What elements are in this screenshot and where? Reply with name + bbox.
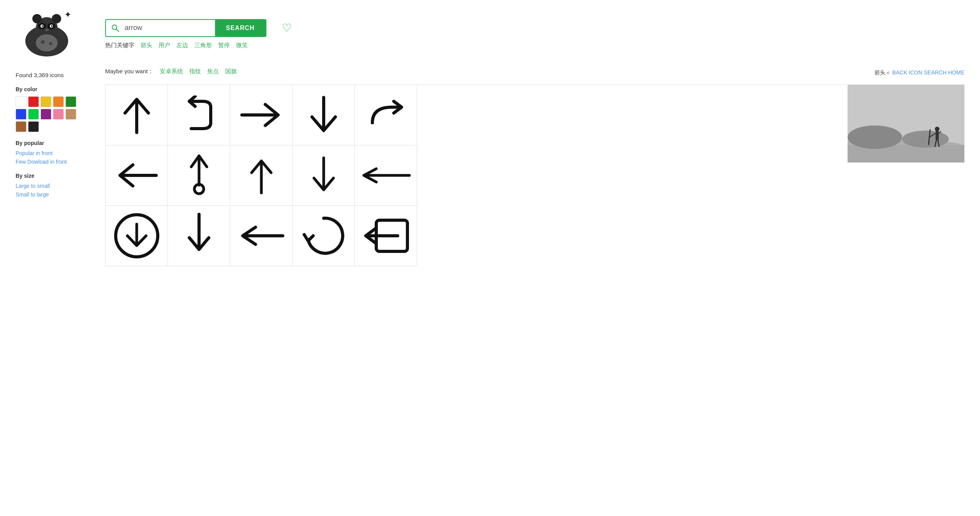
svg-line-16 — [116, 29, 119, 32]
icon-return-arrow[interactable] — [168, 85, 230, 145]
icon-down-arrow-bold[interactable] — [168, 206, 230, 266]
search-icon — [111, 24, 119, 32]
by-popular-label: By popular — [16, 140, 93, 146]
icon-down-arrow-circle[interactable] — [106, 206, 168, 266]
icon-box-left-arrow[interactable] — [355, 206, 417, 266]
hot-keyword-3[interactable]: 三角形 — [194, 42, 212, 49]
by-color-label: By color — [16, 86, 93, 92]
icon-left-arrow-long[interactable] — [355, 145, 417, 206]
color-blue[interactable] — [16, 109, 26, 120]
icon-curved-arrow[interactable] — [355, 85, 417, 145]
side-image — [848, 85, 964, 266]
svg-point-37 — [902, 131, 949, 148]
search-button[interactable]: SEARCH — [215, 20, 266, 36]
back-text: 箭头＜ — [874, 69, 891, 76]
large-to-small-link[interactable]: Large to small — [16, 183, 93, 189]
by-color-section: By color — [16, 86, 93, 132]
heart-icon[interactable]: ♡ — [282, 21, 292, 34]
small-to-large-link[interactable]: Small to large — [16, 191, 93, 198]
color-bright-green[interactable] — [28, 109, 39, 120]
svg-point-11 — [52, 14, 61, 23]
back-link[interactable]: BACK ICON SEARCH HOME — [892, 69, 964, 76]
sidebar: Found 3,369 icons By color By popular Po… — [16, 68, 93, 266]
hot-keyword-0[interactable]: 箭头 — [141, 42, 152, 49]
promo-image — [848, 85, 964, 163]
hot-keyword-4[interactable]: 暂停 — [218, 42, 230, 49]
svg-point-12 — [36, 34, 58, 51]
header: ✦ — [0, 0, 980, 68]
panda-logo: ✦ — [16, 8, 78, 58]
hot-keywords-label: 热门关键字 — [105, 42, 134, 49]
icon-left-arrow-bold[interactable] — [230, 206, 293, 266]
color-green[interactable] — [65, 96, 76, 107]
hot-keyword-5[interactable]: 微笑 — [236, 42, 248, 49]
svg-point-8 — [51, 25, 53, 27]
color-black[interactable] — [28, 121, 39, 132]
color-yellow[interactable] — [41, 96, 51, 107]
hot-keyword-1[interactable]: 用户 — [159, 42, 170, 49]
svg-point-9 — [45, 29, 49, 31]
color-brown-light[interactable] — [65, 109, 76, 120]
maybe-link-2[interactable]: 焦点 — [207, 68, 219, 75]
icon-updown-circle[interactable] — [168, 145, 230, 206]
svg-point-39 — [935, 127, 939, 131]
few-download-link[interactable]: Few Dowload in front — [16, 159, 93, 165]
svg-point-15 — [112, 25, 117, 30]
maybe-label: Maybe you want： — [105, 68, 153, 75]
svg-point-10 — [32, 14, 42, 23]
icon-up-arrow[interactable] — [106, 85, 168, 145]
maybe-bar: Maybe you want： 安卓系统 指纹 焦点 国旗 — [105, 68, 237, 75]
main-content: Found 3,369 icons By color By popular Po… — [0, 68, 980, 266]
svg-rect-38 — [936, 131, 939, 140]
color-red[interactable] — [28, 96, 39, 107]
content-area: Maybe you want： 安卓系统 指纹 焦点 国旗 箭头＜ BACK I… — [105, 68, 964, 266]
back-bar: 箭头＜ BACK ICON SEARCH HOME — [874, 69, 964, 76]
icon-up-arrow-thin[interactable] — [230, 145, 293, 206]
icon-right-arrow[interactable] — [230, 85, 293, 145]
hot-keywords: 热门关键字 箭头 用户 左边 三角形 暂停 微笑 — [105, 42, 964, 49]
search-area: SEARCH ♡ 热门关键字 箭头 用户 左边 三角形 暂停 微笑 — [105, 19, 964, 49]
color-grid — [16, 96, 93, 132]
icon-down-arrow[interactable] — [293, 85, 355, 145]
maybe-link-0[interactable]: 安卓系统 — [160, 68, 183, 75]
maybe-link-3[interactable]: 国旗 — [225, 68, 237, 75]
color-brown[interactable] — [16, 121, 26, 132]
by-popular-section: By popular Popular in front Few Dowload … — [16, 140, 93, 165]
hot-keyword-2[interactable]: 左边 — [176, 42, 188, 49]
color-purple[interactable] — [41, 109, 51, 120]
top-bar-row: Maybe you want： 安卓系统 指纹 焦点 国旗 箭头＜ BACK I… — [105, 68, 964, 81]
svg-text:✦: ✦ — [64, 10, 71, 19]
logo-area: ✦ — [16, 8, 93, 60]
maybe-link-1[interactable]: 指纹 — [189, 68, 201, 75]
found-count: Found 3,369 icons — [16, 72, 93, 78]
svg-point-7 — [42, 25, 43, 27]
desert-svg — [848, 85, 964, 163]
icon-left-arrow[interactable] — [106, 145, 168, 206]
color-orange[interactable] — [53, 96, 64, 107]
svg-point-36 — [848, 125, 902, 149]
popular-in-front-link[interactable]: Popular in front — [16, 150, 93, 156]
by-size-section: By size Large to small Small to large — [16, 173, 93, 198]
svg-point-13 — [41, 40, 45, 44]
search-input[interactable] — [125, 20, 215, 36]
search-bar: SEARCH — [105, 19, 266, 37]
color-white[interactable] — [16, 96, 26, 107]
icons-grid — [105, 85, 848, 266]
icons-grid-wrapper — [105, 85, 964, 266]
search-icon-wrapper — [106, 20, 125, 36]
icon-circular-arrows[interactable] — [293, 206, 355, 266]
svg-point-14 — [49, 42, 52, 45]
color-pink[interactable] — [53, 109, 64, 120]
by-size-label: By size — [16, 173, 93, 179]
icon-down-arrow-thin[interactable] — [293, 145, 355, 206]
